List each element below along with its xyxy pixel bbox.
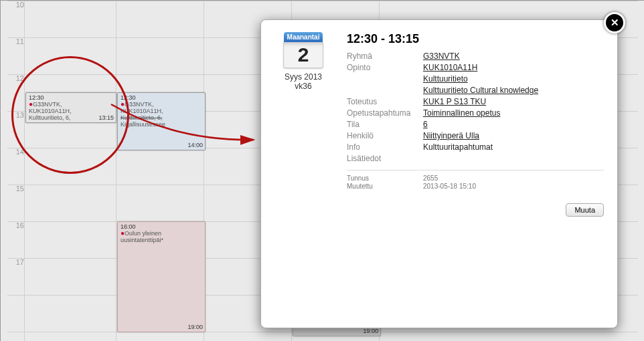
detail-label: Toteutus [347, 97, 414, 106]
detail-value-course[interactable]: KUK1010A11H [423, 63, 477, 72]
hour-label: 14 [7, 148, 24, 156]
hour-label: 13 [7, 111, 24, 119]
meta-value-modified: 2013-05-18 15:10 [423, 183, 476, 190]
event-title: Oulun yleinen [125, 230, 161, 237]
detail-label: Opetustapahtuma [347, 108, 414, 118]
meta-label: Tunnus [347, 175, 414, 182]
hour-label: 12 [7, 74, 24, 82]
hour-label: 16 [7, 221, 24, 229]
meta-value-id: 2655 [423, 175, 438, 182]
detail-label: Ryhmä [347, 51, 414, 61]
detail-value-teaching-event[interactable]: Toiminnallinen opetus [423, 108, 500, 118]
weekday-label: Maanantai [284, 32, 323, 42]
event-title: G33NVTK, [33, 101, 62, 108]
week-number: vk36 [273, 82, 333, 91]
event-end-time: 13:15 [98, 114, 114, 121]
day-number: 2 [283, 42, 323, 68]
detail-label [347, 86, 414, 95]
meta-label: Muutettu [347, 183, 414, 190]
hour-label: 15 [7, 185, 24, 193]
detail-label: Lisätiedot [347, 154, 414, 163]
close-button[interactable]: ✕ [604, 12, 625, 33]
detail-label: Tila [347, 120, 414, 129]
time-range: 12:30 - 13:15 [347, 32, 604, 46]
event-title: uusintatenttipäi* [120, 237, 202, 243]
event-end-time: 14:00 [187, 142, 203, 148]
detail-value-course-name[interactable]: Kulttuuritieto [423, 74, 468, 84]
event-title: KUK1010A11H, [120, 108, 202, 114]
detail-value-group[interactable]: G33NVTK [423, 51, 460, 61]
event-end-time: 19:00 [363, 328, 378, 334]
month-year: Syys 2013 [273, 72, 333, 82]
calendar-event[interactable]: 12:30 ●G33NVTK, KUK1010A11H, Kulttuuriti… [25, 92, 116, 123]
event-start-time: 12:30 [120, 94, 202, 101]
detail-value-person[interactable]: Niittyinperä Ulla [423, 131, 479, 140]
hour-label: 10 [7, 1, 24, 9]
detail-label [347, 74, 414, 84]
calendar-event[interactable]: 16:00 ●Oulun yleinen uusintatenttipäi* 1… [117, 221, 206, 332]
date-block: Maanantai 2 Syys 2013 vk36 [273, 32, 333, 217]
event-title: Kulttuuritieto, 6, [120, 114, 202, 121]
event-start-time: 16:00 [120, 223, 202, 230]
detail-panel: 12:30 - 13:15 RyhmäG33NVTK OpintoKUK1010… [347, 32, 604, 217]
event-title: G33NVTK, [125, 101, 154, 108]
detail-value-info: Kulttuuritapahtumat [423, 142, 493, 152]
hour-label: 17 [7, 258, 24, 266]
event-title: KUK1010A11H, [29, 108, 113, 114]
event-title: Kirjallisuusessee [120, 121, 202, 128]
detail-label: Henkilö [347, 131, 414, 140]
event-end-time: 19:00 [187, 324, 203, 330]
edit-button[interactable]: Muuta [566, 203, 604, 217]
close-icon: ✕ [611, 17, 619, 29]
detail-label: Opinto [347, 63, 414, 72]
detail-value-implementation[interactable]: KUK1 P S13 TKU [423, 97, 486, 106]
hour-label: 11 [7, 37, 24, 45]
detail-value-room[interactable]: 6 [423, 120, 428, 129]
detail-value-course-name-en[interactable]: Kulttuuritieto Cultural knowledge [423, 86, 538, 95]
calendar-event[interactable]: 12:30 ●G33NVTK, KUK1010A11H, Kulttuuriti… [117, 92, 206, 150]
detail-label: Info [347, 142, 414, 152]
event-start-time: 12:30 [29, 94, 113, 101]
event-detail-popup: ✕ Maanantai 2 Syys 2013 vk36 12:30 - 13:… [260, 19, 618, 328]
